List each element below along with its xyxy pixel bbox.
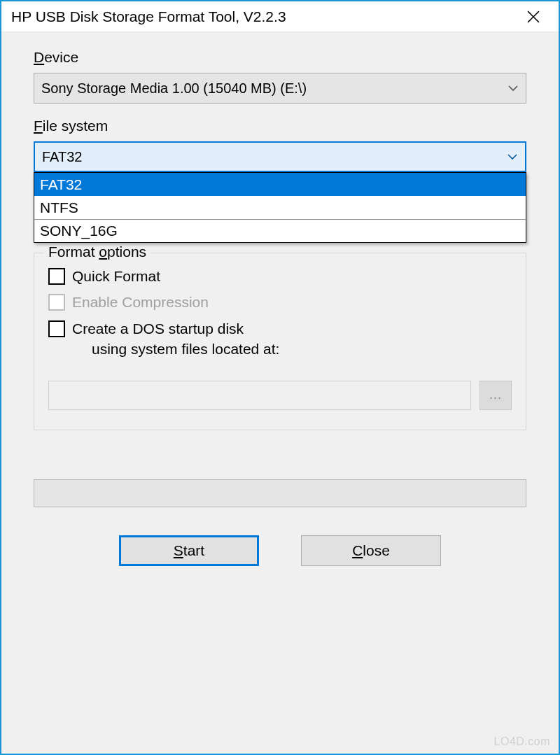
close-window-button[interactable] bbox=[514, 3, 553, 31]
dos-path-row: ... bbox=[48, 381, 512, 410]
device-label: Device bbox=[34, 49, 526, 66]
filesystem-dropdown: FAT32 NTFS SONY_16G bbox=[34, 172, 526, 243]
filesystem-option[interactable]: NTFS bbox=[34, 196, 526, 219]
close-button[interactable]: Close bbox=[301, 535, 441, 566]
dialog-window: HP USB Disk Storage Format Tool, V2.2.3 … bbox=[0, 0, 560, 755]
format-options-group: Format options Quick Format Enable Compr… bbox=[34, 253, 526, 430]
dialog-buttons: Start Close bbox=[34, 535, 526, 566]
enable-compression-label: Enable Compression bbox=[72, 292, 209, 312]
progress-bar bbox=[34, 479, 526, 507]
dos-startup-row[interactable]: Create a DOS startup disk using system f… bbox=[48, 318, 512, 360]
dos-startup-label: Create a DOS startup disk using system f… bbox=[72, 318, 279, 360]
quick-format-row[interactable]: Quick Format bbox=[48, 266, 512, 286]
titlebar: HP USB Disk Storage Format Tool, V2.2.3 bbox=[1, 1, 559, 32]
enable-compression-row: Enable Compression bbox=[48, 292, 512, 312]
filesystem-combo[interactable]: FAT32 bbox=[34, 141, 526, 172]
close-icon bbox=[527, 10, 540, 23]
browse-button: ... bbox=[479, 381, 512, 410]
quick-format-checkbox[interactable] bbox=[48, 268, 65, 285]
quick-format-label: Quick Format bbox=[72, 266, 160, 286]
filesystem-option[interactable]: FAT32 bbox=[34, 173, 526, 196]
watermark: LO4D.com bbox=[494, 735, 550, 748]
filesystem-label: File system bbox=[34, 118, 526, 134]
enable-compression-checkbox bbox=[48, 294, 65, 311]
chevron-down-icon bbox=[507, 151, 518, 162]
device-selected-text: Sony Storage Media 1.00 (15040 MB) (E:\) bbox=[41, 80, 507, 97]
device-combo[interactable]: Sony Storage Media 1.00 (15040 MB) (E:\) bbox=[34, 73, 526, 104]
window-title: HP USB Disk Storage Format Tool, V2.2.3 bbox=[11, 8, 514, 25]
chevron-down-icon bbox=[507, 83, 519, 94]
format-options-legend: Format options bbox=[44, 244, 150, 260]
dos-path-input bbox=[48, 381, 471, 410]
dos-startup-checkbox[interactable] bbox=[48, 320, 65, 337]
dialog-content: Device Sony Storage Media 1.00 (15040 MB… bbox=[1, 32, 559, 754]
filesystem-option[interactable]: SONY_16G bbox=[34, 219, 526, 242]
start-button[interactable]: Start bbox=[119, 535, 259, 566]
filesystem-selected-text: FAT32 bbox=[42, 149, 507, 165]
